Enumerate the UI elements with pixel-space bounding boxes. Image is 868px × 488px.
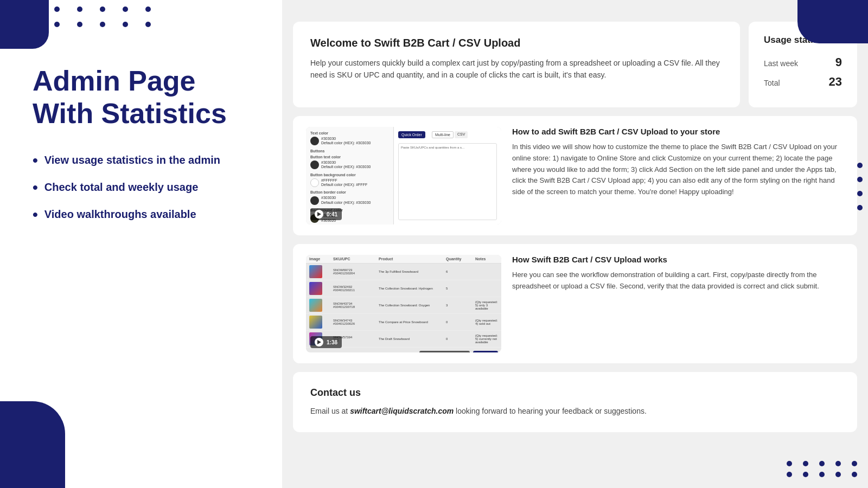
main-title: Admin PageWith Statistics [33, 65, 266, 130]
video-2-duration: 1:38 [327, 339, 337, 345]
deco-bottom-left [0, 401, 65, 488]
dot [54, 7, 60, 12]
cell-product: The Draft Snowboard [379, 337, 444, 341]
cell-sku: SNOW34743#30401230026 [333, 319, 376, 325]
last-week-label: Last week [764, 59, 798, 68]
play-icon-2[interactable] [315, 338, 323, 346]
deco-dot [835, 472, 841, 477]
deco-dot [803, 472, 808, 477]
thumb-section-label: Button border color [310, 190, 389, 194]
dot [77, 7, 82, 12]
bullet-item-2: Check total and weekly usage [33, 179, 266, 196]
video-thumbnail-2[interactable]: Image SKU/UPC Product Quantity Notes SNO… [306, 255, 501, 352]
bullet-item-3: Video walkthroughs available [33, 206, 266, 223]
video-thumbnail-1[interactable]: Text color #303030Default color (HEX): #… [306, 127, 501, 224]
play-overlay-2[interactable]: 1:38 [310, 336, 342, 348]
last-week-value: 9 [835, 55, 842, 69]
deco-dot [835, 461, 841, 466]
color-text: #303030Default color (HEX): #303030 [321, 160, 371, 170]
clear-cart-btn[interactable]: Clear Cart and Add Products [419, 351, 469, 352]
color-text: #FFFFFFDefault color (HEX): #FFFF [321, 178, 367, 188]
contact-suffix: looking forward to hearing your feedback… [454, 407, 647, 415]
total-label: Total [764, 79, 780, 87]
th-sku: SKU/UPC [333, 257, 376, 261]
cell-sku: SNOW69723#30401230264 [333, 268, 376, 275]
play-triangle [317, 212, 321, 216]
cell-notes: (Qty requested: 5) only 3 available [475, 300, 498, 310]
add-to-cart-btn[interactable]: Add to Cart [473, 351, 498, 352]
contact-prefix: Email us at [310, 407, 350, 415]
thumb-btn-row: Clear Cart and Add Products Add to Cart [306, 348, 501, 352]
product-image [309, 265, 322, 278]
color-swatch [310, 137, 319, 145]
table-row: SNOW43734#30401230718 The Collection Sno… [306, 297, 501, 314]
deco-bottom-right-dots [787, 461, 857, 477]
contact-title: Contact us [310, 387, 840, 399]
left-panel: Admin PageWith Statistics View usage sta… [0, 0, 282, 488]
video-1-info: How to add Swift B2B Cart / CSV Upload t… [512, 127, 844, 198]
contact-email[interactable]: swiftcart@liquidscratch.com [350, 407, 454, 415]
deco-dot [787, 472, 792, 477]
deco-right-top [797, 0, 868, 43]
product-image [309, 316, 322, 329]
video-2-info: How Swift B2B Cart / CSV Upload works He… [512, 255, 844, 292]
deco-right-dots [857, 163, 863, 210]
bullet-list: View usage statistics in the admin Check… [33, 152, 266, 223]
bullet-item-1: View usage statistics in the admin [33, 152, 266, 169]
dot [54, 22, 60, 27]
table-row: SNOW34743#30401230026 The Compare at Pri… [306, 314, 501, 331]
video-card-2: Image SKU/UPC Product Quantity Notes SNO… [293, 244, 857, 363]
cell-qty: 0 [446, 337, 473, 341]
cell-sku: SNOW43734#30401230718 [333, 302, 376, 309]
color-swatch [310, 160, 319, 169]
color-swatch [310, 178, 319, 187]
play-overlay-1[interactable]: 0:41 [310, 208, 342, 220]
cell-product: The Collection Snowboard: Hydrogen [379, 287, 444, 290]
product-image [309, 282, 322, 295]
table-row: SNOW32492#30401230211 The Collection Sno… [306, 280, 501, 297]
deco-dot [852, 472, 857, 477]
video-1-title: How to add Swift B2B Cart / CSV Upload t… [512, 127, 844, 136]
color-swatch [310, 196, 319, 205]
play-icon-1[interactable] [315, 210, 323, 219]
stat-row-total: Total 23 [764, 75, 842, 89]
total-value: 23 [829, 75, 842, 89]
cell-qty: 5 [446, 287, 473, 290]
deco-dot [857, 191, 863, 196]
thumb-section-label: Button background color [310, 173, 389, 177]
thumb-right-panel: Quick Order Multi-line CSV Paste SKUs/UP… [394, 127, 501, 224]
contact-card: Contact us Email us at swiftcart@liquids… [293, 372, 857, 432]
thumb-section-label: Buttons [310, 149, 389, 153]
color-text: #303030Default color (HEX): #303030 [321, 196, 371, 205]
cell-product: The Collection Snowboard: Oxygen [379, 304, 444, 307]
deco-top-left [0, 0, 49, 49]
dot [123, 22, 128, 27]
welcome-card: Welcome to Swift B2B Cart / CSV Upload H… [293, 22, 740, 107]
cell-sku: SNOW32492#30401230211 [333, 285, 376, 292]
cell-product: The Compare at Price Snowboard [379, 320, 444, 324]
thumb-color-row: #FFFFFFDefault color (HEX): #FFFF ⚙ [310, 178, 389, 188]
thumb-tab-multiline: Multi-line [432, 131, 454, 138]
cell-qty: 3 [446, 304, 473, 307]
table-row: SNOW69723#30401230264 The 3p Fulfilled S… [306, 264, 501, 280]
cell-qty: 6 [446, 270, 473, 273]
deco-dot [819, 472, 825, 477]
cell-qty: 0 [446, 320, 473, 324]
deco-dot [852, 461, 857, 466]
video-card-1: Text color #303030Default color (HEX): #… [293, 116, 857, 235]
video-2-description: Here you can see the workflow demonstrat… [512, 269, 844, 292]
contact-body: Email us at swiftcart@liquidscratch.com … [310, 405, 840, 417]
color-text: #303030Default color (HEX): #303030 [321, 137, 371, 146]
thumb-table-header: Image SKU/UPC Product Quantity Notes [306, 255, 501, 264]
thumb-section-label: Text color [310, 131, 389, 135]
deco-dot [857, 177, 863, 182]
deco-dot [857, 163, 863, 168]
dot-grid-top [54, 7, 151, 27]
deco-dot [787, 461, 792, 466]
dot [100, 7, 105, 12]
dot [145, 7, 151, 12]
cell-notes: (Qty requested: 5) currently not availab… [475, 334, 498, 344]
stat-row-week: Last week 9 [764, 55, 842, 69]
th-image: Image [309, 257, 331, 261]
video-2-title: How Swift B2B Cart / CSV Upload works [512, 255, 844, 264]
